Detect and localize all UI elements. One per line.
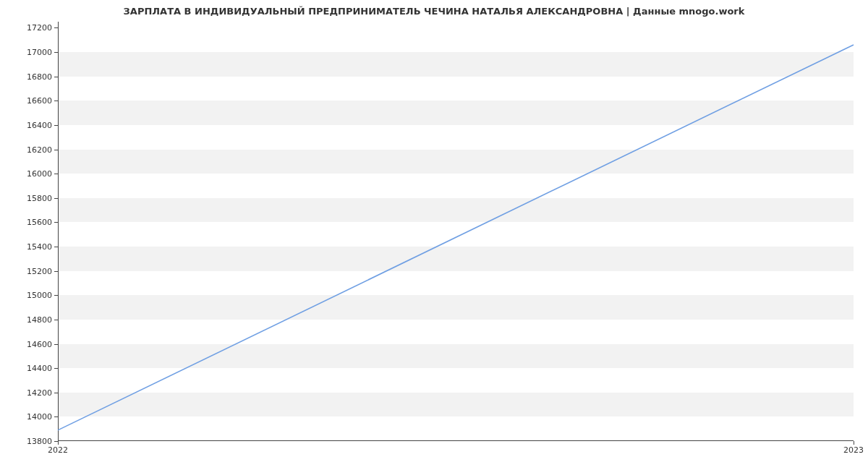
- chart-container: ЗАРПЛАТА В ИНДИВИДУАЛЬНЫЙ ПРЕДПРИНИМАТЕЛ…: [0, 0, 868, 470]
- y-tick-mark: [54, 416, 58, 417]
- y-tick-mark: [54, 27, 58, 28]
- y-tick-mark: [54, 295, 58, 296]
- y-tick-label: 15000: [27, 291, 52, 300]
- y-tick-mark: [54, 320, 58, 320]
- x-tick-mark: [58, 441, 59, 445]
- y-tick-label: 14800: [27, 315, 52, 324]
- x-tick-label: 2023: [843, 445, 864, 455]
- y-tick-mark: [54, 247, 58, 247]
- y-tick-mark: [54, 52, 58, 53]
- y-tick-mark: [54, 77, 58, 77]
- y-tick-label: 17200: [27, 23, 52, 33]
- y-tick-label: 16200: [27, 145, 52, 154]
- y-tick-label: 14600: [27, 339, 52, 349]
- y-tick-mark: [54, 101, 58, 101]
- y-tick-label: 13800: [27, 437, 52, 446]
- y-tick-label: 15200: [27, 266, 52, 275]
- y-tick-label: 15600: [27, 218, 52, 227]
- line-series: [58, 22, 854, 441]
- x-tick-mark: [854, 441, 854, 445]
- y-tick-mark: [54, 271, 58, 272]
- y-tick-mark: [54, 198, 58, 199]
- y-tick-label: 15800: [27, 193, 52, 202]
- chart-title: ЗАРПЛАТА В ИНДИВИДУАЛЬНЫЙ ПРЕДПРИНИМАТЕЛ…: [0, 6, 868, 17]
- y-tick-mark: [54, 344, 58, 345]
- y-tick-label: 17000: [27, 48, 52, 57]
- y-tick-label: 16400: [27, 120, 52, 129]
- y-tick-mark: [54, 222, 58, 223]
- y-tick-label: 16800: [27, 72, 52, 81]
- y-tick-label: 14200: [27, 388, 52, 397]
- data-line: [58, 45, 854, 430]
- y-tick-mark: [54, 393, 58, 393]
- y-tick-mark: [54, 368, 58, 369]
- y-tick-mark: [54, 125, 58, 126]
- y-tick-label: 15400: [27, 242, 52, 252]
- y-tick-mark: [54, 150, 58, 150]
- x-tick-label: 2022: [48, 445, 68, 455]
- y-tick-label: 16000: [27, 169, 52, 179]
- y-tick-label: 14000: [27, 412, 52, 422]
- y-tick-label: 14400: [27, 364, 52, 373]
- plot-area: 1380014000142001440014600148001500015200…: [58, 22, 854, 441]
- y-tick-label: 16600: [27, 96, 52, 106]
- y-tick-mark: [54, 174, 58, 174]
